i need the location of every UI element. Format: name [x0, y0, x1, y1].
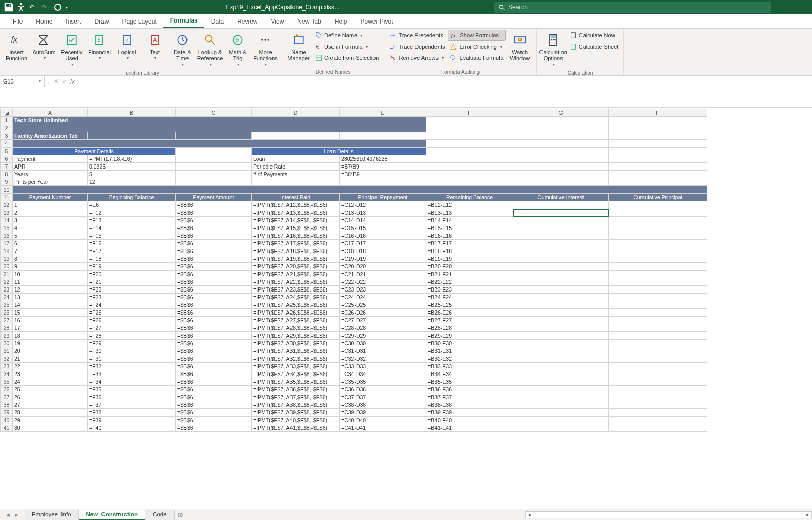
- row-header[interactable]: 34: [1, 370, 13, 378]
- cell[interactable]: =C19-D19: [340, 255, 426, 263]
- row[interactable]: 2312=F22=$B$6=IPMT($E$7, A23,$E$8,-$E$6)…: [1, 286, 707, 294]
- cell[interactable]: [609, 378, 707, 386]
- cell[interactable]: [609, 363, 707, 370]
- error-checking-button[interactable]: Error Checking▾: [448, 41, 505, 52]
- cell[interactable]: Loan Details: [252, 148, 426, 155]
- cell[interactable]: [13, 140, 426, 148]
- row-header[interactable]: 26: [1, 309, 13, 317]
- cell[interactable]: =B28-E28: [426, 324, 513, 332]
- row[interactable]: 3928=F38=$B$6=IPMT($E$7, A39,$E$8,-$E$6)…: [1, 409, 707, 417]
- cell[interactable]: [609, 417, 707, 424]
- row[interactable]: 3221=F31=$B$6=IPMT($E$7, A32,$E$8,-$E$6)…: [1, 355, 707, 363]
- cell[interactable]: [513, 317, 609, 324]
- row[interactable]: 3827=F37=$B$6=IPMT($E$7, A38,$E$8,-$E$6)…: [1, 401, 707, 409]
- row[interactable]: 143=F13=$B$6=IPMT($E$7, A14,$E$8,-$E$6)=…: [1, 217, 707, 224]
- cell[interactable]: 12: [88, 178, 176, 186]
- row-header[interactable]: 27: [1, 317, 13, 324]
- cell[interactable]: 11: [13, 278, 88, 286]
- cell[interactable]: Payment Details: [13, 148, 176, 155]
- cell[interactable]: =C14-D14: [340, 217, 426, 224]
- cell[interactable]: [609, 240, 707, 247]
- cell[interactable]: =B31-E31: [426, 347, 513, 355]
- row-header[interactable]: 37: [1, 393, 13, 401]
- cell[interactable]: =F40: [88, 424, 176, 432]
- cell[interactable]: =B17-E17: [426, 240, 513, 247]
- cell[interactable]: [609, 317, 707, 324]
- cell[interactable]: [340, 178, 426, 186]
- cell[interactable]: =B19-E19: [426, 255, 513, 263]
- accessibility-icon[interactable]: [15, 2, 27, 13]
- horizontal-scrollbar[interactable]: ◄ ►: [525, 511, 812, 518]
- row[interactable]: 2211=F21=$B$6=IPMT($E$7, A22,$E$8,-$E$6)…: [1, 278, 707, 286]
- cell[interactable]: =F35: [88, 386, 176, 393]
- remove-arrows-button[interactable]: Remove Arrows▾: [387, 52, 447, 64]
- cell[interactable]: [513, 271, 609, 278]
- cell[interactable]: =F38: [88, 409, 176, 417]
- cell[interactable]: =B33-E33: [426, 363, 513, 370]
- cell[interactable]: 6: [13, 240, 88, 247]
- cell[interactable]: APR: [13, 163, 88, 171]
- cell[interactable]: =$B$6: [176, 217, 252, 224]
- cell[interactable]: [513, 332, 609, 340]
- cell[interactable]: =F20: [88, 271, 176, 278]
- cell[interactable]: =C13-D13: [340, 209, 426, 217]
- cell[interactable]: [513, 217, 609, 224]
- cell[interactable]: [426, 124, 513, 132]
- row-header[interactable]: 13: [1, 209, 13, 217]
- cell[interactable]: [13, 124, 426, 132]
- row[interactable]: 9Pmts per Year12: [1, 178, 707, 186]
- cell[interactable]: Interest Paid: [252, 194, 340, 201]
- tab-view[interactable]: View: [264, 15, 291, 28]
- row-header[interactable]: 40: [1, 417, 13, 424]
- cell[interactable]: =$B$6: [176, 286, 252, 294]
- cell[interactable]: =B32-E32: [426, 355, 513, 363]
- cell[interactable]: =IPMT($E$7, A38,$E$8,-$E$6): [252, 401, 340, 409]
- create-from-selection-button[interactable]: Create from Selection: [313, 52, 381, 64]
- cell[interactable]: =IPMT($E$7, A14,$E$8,-$E$6): [252, 217, 340, 224]
- cell[interactable]: [513, 401, 609, 409]
- row[interactable]: 3524=F34=$B$6=IPMT($E$7, A35,$E$8,-$E$6)…: [1, 378, 707, 386]
- row[interactable]: 3423=F33=$B$6=IPMT($E$7, A34,$E$8,-$E$6)…: [1, 370, 707, 378]
- cell[interactable]: =IPMT($E$7, A36,$E$8,-$E$6): [252, 386, 340, 393]
- cell[interactable]: =F23: [88, 294, 176, 301]
- cell[interactable]: [513, 301, 609, 309]
- cell[interactable]: =$B$6: [176, 417, 252, 424]
- row-header[interactable]: 38: [1, 401, 13, 409]
- name-box[interactable]: G13▾: [0, 76, 45, 87]
- cell[interactable]: =F29: [88, 340, 176, 347]
- row[interactable]: 154=F14=$B$6=IPMT($E$7, A15,$E$8,-$E$6)=…: [1, 224, 707, 232]
- cell[interactable]: =$B$6: [176, 209, 252, 217]
- cell[interactable]: [176, 155, 252, 163]
- cell[interactable]: =F28: [88, 332, 176, 340]
- cell[interactable]: [426, 148, 513, 155]
- sheet-nav-prev-icon[interactable]: ◄: [5, 512, 11, 518]
- cell[interactable]: =B12-E12: [426, 201, 513, 209]
- cell[interactable]: =$B$6: [176, 370, 252, 378]
- cell[interactable]: 23: [13, 370, 88, 378]
- cell[interactable]: Tech Store Unlimited: [13, 117, 426, 124]
- cell[interactable]: =C34-D34: [340, 370, 426, 378]
- cell[interactable]: 20: [13, 347, 88, 355]
- cell[interactable]: 27: [13, 401, 88, 409]
- mathtrig-button[interactable]: θMath & Trig▾: [224, 30, 251, 70]
- cell[interactable]: [513, 171, 609, 178]
- cell[interactable]: [513, 148, 609, 155]
- cell[interactable]: =C35-D35: [340, 378, 426, 386]
- cell[interactable]: 18: [13, 332, 88, 340]
- row[interactable]: 7APR0.0325Periodic Rate=B7/B9: [1, 163, 707, 171]
- cell[interactable]: =IPMT($E$7, A35,$E$8,-$E$6): [252, 378, 340, 386]
- row-header[interactable]: 4: [1, 140, 13, 148]
- row[interactable]: 209=F19=$B$6=IPMT($E$7, A20,$E$8,-$E$6)=…: [1, 263, 707, 271]
- col-header[interactable]: E: [340, 109, 426, 117]
- cell[interactable]: 0.0325: [88, 163, 176, 171]
- trace-dependents-button[interactable]: Trace Dependents: [387, 41, 447, 52]
- cell[interactable]: =F14: [88, 224, 176, 232]
- cell[interactable]: 2: [13, 209, 88, 217]
- cell[interactable]: =B27-E27: [426, 317, 513, 324]
- row[interactable]: 11Payment NumberBeginning BalancePayment…: [1, 194, 707, 201]
- insert-function-button[interactable]: fxInsert Function: [3, 30, 30, 64]
- cell[interactable]: =F32: [88, 363, 176, 370]
- cell[interactable]: [176, 178, 252, 186]
- cell[interactable]: =C41-D41: [340, 424, 426, 432]
- fx-icon[interactable]: fx: [70, 78, 75, 85]
